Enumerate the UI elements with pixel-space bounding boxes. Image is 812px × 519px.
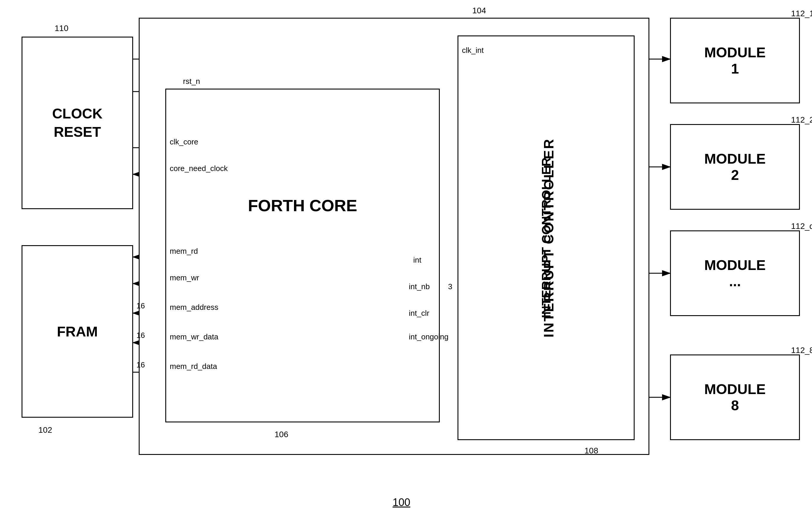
mem-address-label: mem_address	[170, 303, 219, 312]
module-dots-label: MODULE ...	[703, 257, 767, 290]
clk-core-label: clk_core	[170, 137, 198, 146]
module8-label: MODULE 8	[703, 381, 767, 413]
int-ongoing-label: int_ongoing	[409, 332, 448, 342]
int-clr-label: int_clr	[409, 309, 429, 318]
forth-core-box: FORTH CORE	[165, 89, 440, 422]
ref-112-1: 112_1	[791, 9, 812, 18]
ref-112-8: 112_8	[791, 346, 812, 355]
clock-reset-box: CLOCK RESET	[22, 37, 133, 209]
ref-110: 110	[55, 24, 68, 33]
mem-rd-data-label: mem_rd_data	[170, 362, 217, 371]
bus-3: 3	[448, 282, 452, 291]
module2-box: MODULE 2	[670, 124, 800, 210]
bus-16-2: 16	[136, 331, 145, 340]
int-label: int	[413, 255, 421, 265]
bus-16-3: 16	[136, 360, 145, 370]
fram-box: FRAM	[22, 245, 133, 418]
ref-108: 108	[584, 446, 598, 456]
module1-label: MODULE 1	[703, 44, 767, 77]
bus-16-1: 16	[136, 301, 145, 310]
interrupt-ctrl-text: INTERRUPT CONTROLLER	[541, 138, 557, 337]
module2-label: MODULE 2	[703, 151, 767, 183]
mem-wr-data-label: mem_wr_data	[170, 332, 219, 342]
ref-112-dots: 112_dots	[791, 222, 812, 231]
ref-106: 106	[274, 430, 288, 439]
mem-rd-label: mem_rd	[170, 247, 198, 256]
module-dots-box: MODULE ...	[670, 230, 800, 316]
ref-112-2: 112_2	[791, 115, 812, 125]
ref-100: 100	[393, 496, 410, 509]
fram-label: FRAM	[57, 324, 98, 340]
rst-n-label: rst_n	[183, 77, 200, 86]
mem-wr-label: mem_wr	[170, 273, 199, 282]
module1-box: MODULE 1	[670, 18, 800, 103]
forth-core-label: FORTH CORE	[248, 195, 357, 217]
clock-reset-label: CLOCK RESET	[50, 105, 105, 141]
module8-box: MODULE 8	[670, 354, 800, 440]
ref-104: 104	[472, 6, 486, 16]
core-need-clock-label: core_need_clock	[170, 164, 228, 173]
ref-102: 102	[38, 426, 52, 435]
int-nb-label: int_nb	[409, 282, 430, 291]
